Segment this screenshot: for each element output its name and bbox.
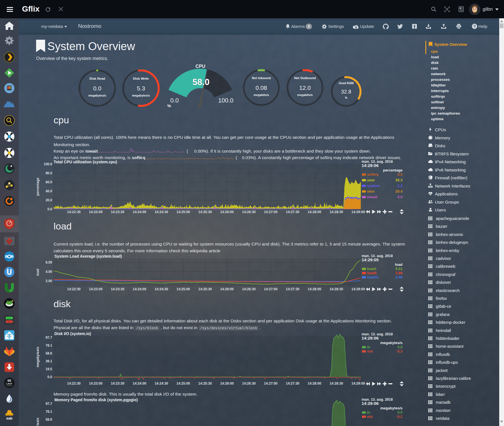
svg-text:Online: Online xyxy=(7,317,12,319)
svg-text:sab: sab xyxy=(6,416,12,420)
svg-text:Offline: Offline xyxy=(7,321,12,323)
svg-text:librarian: librarian xyxy=(6,385,12,386)
svg-text:?: ? xyxy=(473,24,476,28)
